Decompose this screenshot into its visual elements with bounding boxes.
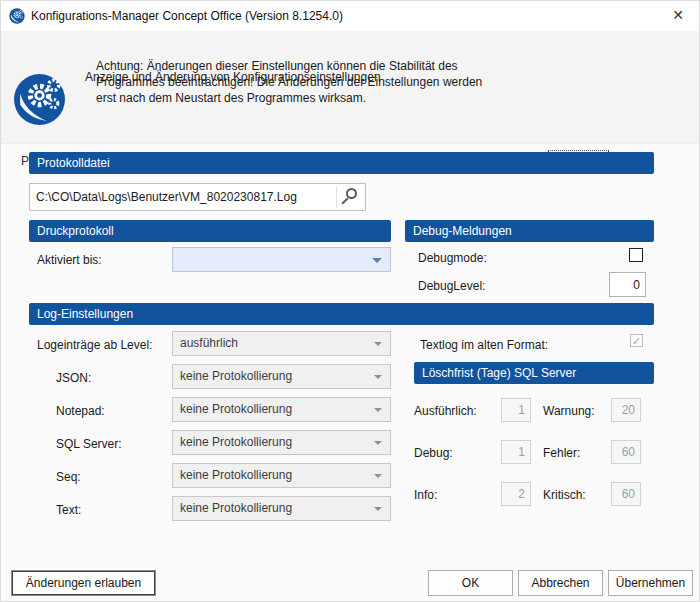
chevron-down-icon xyxy=(374,507,382,511)
info-label: Info: xyxy=(414,488,437,502)
chevron-down-icon xyxy=(374,441,382,445)
ausfuehrlich-label: Ausführlich: xyxy=(414,404,477,418)
chevron-down-icon xyxy=(374,375,382,379)
log-level-label: Logeinträge ab Level: xyxy=(37,338,152,352)
kritisch-label: Kritisch: xyxy=(543,488,586,502)
notepad-dropdown[interactable]: keine Protokollierung xyxy=(172,397,391,422)
debuglevel-input[interactable] xyxy=(609,272,646,297)
warnung-input[interactable] xyxy=(611,398,641,422)
section-header-debug-meldungen: Debug-Meldungen xyxy=(405,220,654,242)
log-file-field xyxy=(29,183,366,211)
section-header-protokolldatei: Protokolldatei xyxy=(29,152,654,174)
magnifier-icon xyxy=(346,188,357,199)
json-label: JSON: xyxy=(56,371,91,385)
log-level-dropdown[interactable]: ausführlich xyxy=(172,331,391,356)
chevron-down-icon xyxy=(374,342,382,346)
warning-text-line3: erst nach dem Neustart des Programmes wi… xyxy=(96,90,366,106)
seq-label: Seq: xyxy=(56,470,81,484)
warning-text-line2: Programmes beeinträchtigen! Die Änderung… xyxy=(96,74,482,90)
title-bar: Konfigurations-Manager Concept Office (V… xyxy=(1,1,700,31)
log-level-value: ausführlich xyxy=(180,332,238,355)
section-header-log-einstellungen: Log-Einstellungen xyxy=(29,303,654,325)
fehler-label: Fehler: xyxy=(543,446,580,460)
log-file-path-input[interactable] xyxy=(30,184,334,210)
aktiviert-bis-label: Aktiviert bis: xyxy=(37,253,102,267)
fehler-input[interactable] xyxy=(611,440,641,464)
browse-file-button[interactable] xyxy=(337,184,365,210)
sql-server-value: keine Protokollierung xyxy=(180,431,292,454)
debugmode-label: Debugmode: xyxy=(418,251,487,265)
cancel-button[interactable]: Abbrechen xyxy=(518,570,603,596)
debug-label: Debug: xyxy=(414,446,453,460)
debuglevel-label: DebugLevel: xyxy=(418,279,485,293)
ausfuehrlich-input[interactable] xyxy=(501,398,531,422)
apply-button[interactable]: Übernehmen xyxy=(608,570,693,596)
debugmode-checkbox[interactable] xyxy=(629,248,643,262)
warnung-label: Warnung: xyxy=(543,404,595,418)
sql-server-dropdown[interactable]: keine Protokollierung xyxy=(172,430,391,455)
json-value: keine Protokollierung xyxy=(180,365,292,388)
allow-changes-button[interactable]: Änderungen erlauben xyxy=(11,570,156,596)
chevron-down-icon xyxy=(374,408,382,412)
config-manager-window: Konfigurations-Manager Concept Office (V… xyxy=(0,0,700,602)
text-dropdown[interactable]: keine Protokollierung xyxy=(172,496,391,521)
sql-server-label: SQL Server: xyxy=(56,437,122,451)
textlog-checkbox[interactable]: ✓ xyxy=(630,334,643,347)
app-logo-icon-large xyxy=(13,73,66,126)
section-header-loeschfrist: Löschfrist (Tage) SQL Server xyxy=(414,362,654,384)
header-area: Anzeige und Änderung von Konfigurationse… xyxy=(1,31,700,144)
app-logo-icon xyxy=(9,8,25,24)
ok-button[interactable]: OK xyxy=(428,570,513,596)
notepad-label: Notepad: xyxy=(56,404,105,418)
debug-input[interactable] xyxy=(501,440,531,464)
text-label: Text: xyxy=(56,503,81,517)
text-value: keine Protokollierung xyxy=(180,497,292,520)
section-header-druckprotokoll: Druckprotokoll xyxy=(29,220,391,242)
info-input[interactable] xyxy=(501,482,531,506)
json-dropdown[interactable]: keine Protokollierung xyxy=(172,364,391,389)
textlog-label: Textlog im alten Format: xyxy=(420,338,548,352)
chevron-down-icon xyxy=(374,474,382,478)
aktiviert-bis-dropdown[interactable] xyxy=(172,247,391,272)
seq-dropdown[interactable]: keine Protokollierung xyxy=(172,463,391,488)
warning-text-line1: Achtung: Änderungen dieser Einstellungen… xyxy=(96,58,458,74)
close-button[interactable]: ✕ xyxy=(657,1,699,29)
notepad-value: keine Protokollierung xyxy=(180,398,292,421)
window-title: Konfigurations-Manager Concept Office (V… xyxy=(31,1,343,31)
seq-value: keine Protokollierung xyxy=(180,464,292,487)
chevron-down-icon xyxy=(372,258,382,263)
kritisch-input[interactable] xyxy=(611,482,641,506)
